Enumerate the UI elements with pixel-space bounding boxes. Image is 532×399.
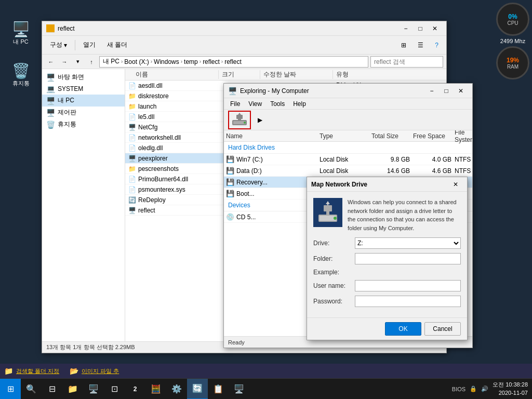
col-type-header[interactable]: 유형 [333, 70, 446, 79]
nav-item-mypc[interactable]: 🖥️ 내 PC [42, 95, 125, 107]
nav-item-recycle[interactable]: 🗑️ 휴지통 [42, 118, 125, 130]
close-button[interactable]: ✕ [428, 23, 442, 34]
dialog-close-button[interactable]: ✕ [448, 179, 463, 190]
minimize-button[interactable]: − [398, 23, 413, 34]
mypc-nav-icon: 🖥️ [46, 97, 55, 105]
desktop: 🖥️ 내 PC 🗑️ 휴지통 0% CPU 2499 Mhz 19% RAM r… [0, 0, 532, 399]
new-folder-button[interactable]: 새 폴더 [102, 39, 132, 51]
cpu-freq: 2499 Mhz [500, 38, 525, 44]
taskbar-calc-button[interactable]: 🧮 [145, 379, 166, 400]
menu-help[interactable]: Help [289, 99, 310, 109]
dialog-description: Windows can help you connect to a shared… [348, 198, 461, 232]
nav-item-desktop[interactable]: 🖥️ 바탕 화면 [42, 71, 125, 83]
menu-view[interactable]: View [244, 99, 266, 109]
taskbar-tray: BIOS 🔒 🔊 오전 10:38:28 2020-11-07 [448, 381, 532, 397]
toolbar-next-button[interactable]: ▶ [253, 114, 267, 126]
mycomp-title-text: Exploring - My Computer [240, 87, 424, 95]
system-nav-icon: 💻 [46, 85, 55, 93]
explorer-toolbar: 구성 ▾ 열기 새 폴더 ⊞ ☰ ? [42, 36, 446, 55]
map-network-drive-dialog: Map Network Drive ✕ Windows can help y [307, 177, 468, 340]
address-path[interactable]: 내 PC › Boot (X:) › Windows › temp › refl… [99, 56, 368, 68]
cancel-button[interactable]: Cancel [424, 322, 461, 336]
menu-tools[interactable]: Tools [266, 99, 289, 109]
svg-marker-6 [238, 113, 241, 115]
network-drive-icon [231, 113, 248, 127]
taskbar-refresh-button[interactable]: 🔄 [187, 379, 208, 400]
menu-file[interactable]: File [226, 99, 244, 109]
folder-label: Folder: [313, 255, 355, 262]
tray-lock-icon: 🔒 [470, 385, 477, 392]
drive-label: Drive: [313, 240, 355, 247]
drive-row-datad[interactable]: 💾Data (D:) Local Disk 14.6 GB 4.6 GB NTF… [224, 165, 472, 177]
ram-meter: 19% RAM [496, 46, 529, 79]
refresh-taskbar-icon: 🔄 [192, 383, 203, 393]
svg-point-2 [244, 122, 246, 124]
hard-disk-section-title: Hard Disk Drives [224, 142, 472, 154]
mycomp-maximize-button[interactable]: □ [439, 85, 454, 97]
folder-input[interactable] [355, 253, 461, 264]
monitor-taskbar-icon: 🖥️ [234, 384, 244, 394]
drive-icon-c: 💾 [226, 155, 234, 163]
nav-dropdown-button[interactable]: ▾ [72, 56, 84, 68]
ok-button[interactable]: OK [385, 322, 421, 336]
image-file-link[interactable]: 이미지 파일 추 [82, 367, 119, 375]
svg-rect-3 [236, 115, 243, 119]
details-view-button[interactable]: ☰ [413, 39, 428, 51]
taskbar-cmd-button[interactable]: ⊡ [104, 379, 125, 400]
forward-button[interactable]: → [59, 56, 70, 68]
help-button[interactable]: ? [430, 39, 443, 51]
col-name-header[interactable]: 이름 [125, 70, 219, 79]
desktop-icon-recycle[interactable]: 🗑️ 휴지통 [5, 62, 36, 87]
svg-rect-4 [238, 119, 241, 120]
mc-col-name: Name [226, 132, 320, 140]
svg-marker-13 [326, 201, 330, 204]
search-taskbar-icon: 🔍 [26, 384, 36, 394]
folder-icon [46, 24, 55, 33]
taskbar-pc-button[interactable]: 🖥️ [83, 379, 104, 400]
taskbar-time: 오전 10:38:28 2020-11-07 [493, 381, 528, 397]
col-size-header[interactable]: 크기 [219, 70, 260, 79]
taskview-icon: ⊟ [49, 384, 56, 394]
dialog-drive-field: Drive: Z: Y: X: [313, 237, 461, 249]
dialog-buttons: OK Cancel [307, 317, 467, 340]
drive-select[interactable]: Z: Y: X: [355, 237, 461, 249]
calc-taskbar-icon: 🧮 [151, 384, 161, 394]
dialog-title: Map Network Drive [311, 181, 448, 188]
folder-taskbar-icon: 📁 [68, 384, 78, 394]
taskbar-taskview-button[interactable]: ⊟ [42, 379, 62, 400]
toolbar-separator [75, 40, 75, 50]
up-button[interactable]: ↑ [86, 56, 97, 68]
username-label: User name: [313, 282, 355, 289]
start-button[interactable]: ⊞ [0, 379, 21, 400]
recycle-nav-icon: 🗑️ [46, 121, 55, 129]
open-button[interactable]: 열기 [78, 39, 100, 51]
taskbar-monitor-button[interactable]: 🖥️ [229, 379, 249, 400]
mycomp-minimize-button[interactable]: − [424, 85, 439, 97]
mycomp-titlebar: 🖥️ Exploring - My Computer − □ ✕ [224, 84, 472, 98]
search-input[interactable] [370, 56, 443, 68]
drive-row-win7c[interactable]: 💾Win7 (C:) Local Disk 9.8 GB 4.0 GB NTFS [224, 154, 472, 165]
nav-item-system[interactable]: 💻 SYSTEM [42, 83, 125, 95]
maximize-button[interactable]: □ [413, 23, 428, 34]
search-folder-link[interactable]: 검색할 폴더 지정 [16, 367, 59, 375]
nav-item-control[interactable]: 🖥️ 제어판 [42, 107, 125, 118]
cpu-meter: 0% CPU [496, 3, 529, 36]
taskbar-search-button[interactable]: 🔍 [21, 379, 42, 400]
desktop-icon-mypc[interactable]: 🖥️ 내 PC [5, 21, 36, 46]
col-date-header[interactable]: 수정한 날짜 [260, 70, 333, 79]
password-input[interactable] [355, 296, 461, 307]
taskbar-number2-button[interactable]: 2 [125, 379, 145, 400]
taskbar-clipboard-button[interactable]: 📋 [208, 379, 229, 400]
view-toggle-button[interactable]: ⊞ [396, 39, 411, 51]
desktop-nav-icon: 🖥️ [46, 73, 55, 82]
back-button[interactable]: ← [45, 56, 57, 68]
taskbar-folder-button[interactable]: 📁 [62, 379, 83, 400]
dialog-folder-field: Folder: [313, 253, 461, 264]
username-input[interactable] [355, 280, 461, 291]
taskbar-gear-button[interactable]: ⚙️ [166, 379, 187, 400]
mc-col-fs: File System [455, 130, 472, 143]
organize-button[interactable]: 구성 ▾ [45, 39, 72, 51]
mycomp-close-button[interactable]: ✕ [454, 85, 468, 97]
explorer-titlebar: reflect − □ ✕ [42, 21, 446, 36]
map-network-drive-toolbar-button[interactable] [228, 111, 251, 129]
